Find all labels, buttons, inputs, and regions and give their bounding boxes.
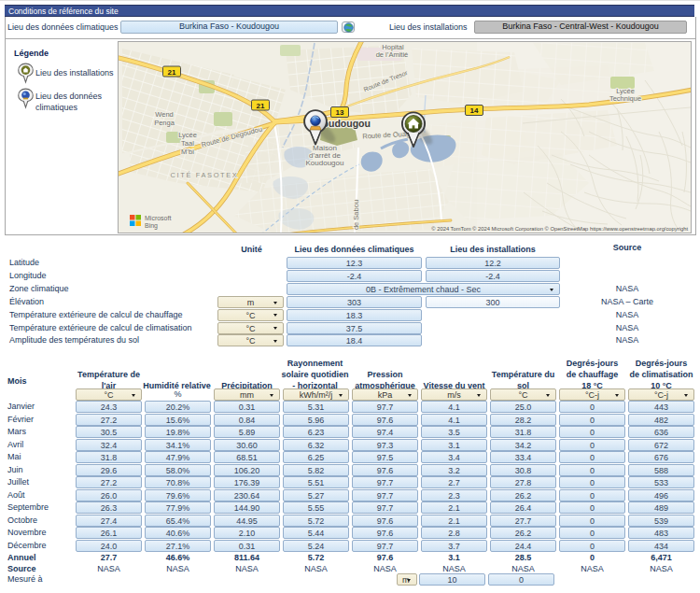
svg-text:Wend: Wend	[155, 110, 173, 119]
svg-text:Koudougou: Koudougou	[306, 159, 344, 167]
svg-text:CITÉ FASOTEX: CITÉ FASOTEX	[171, 171, 239, 179]
svg-text:Penga: Penga	[154, 119, 175, 127]
svg-text:Lycée: Lycée	[178, 131, 197, 139]
svg-text:Bing: Bing	[145, 222, 158, 230]
svg-text:de Sabou: de Sabou	[352, 200, 360, 230]
svg-text:© 2024 TomTom © 2024 Microsoft: © 2024 TomTom © 2024 Microsoft Corporati…	[431, 226, 688, 232]
svg-text:de l’Amitié: de l’Amitié	[376, 50, 409, 59]
svg-text:21: 21	[168, 68, 176, 77]
svg-text:Taal: Taal	[181, 139, 194, 148]
svg-text:Microsoft: Microsoft	[145, 215, 171, 221]
svg-text:14: 14	[470, 106, 479, 115]
svg-text:21: 21	[257, 102, 265, 110]
svg-text:13: 13	[336, 108, 344, 117]
svg-text:M’bi: M’bi	[181, 148, 194, 156]
svg-text:Technique: Technique	[609, 94, 641, 103]
